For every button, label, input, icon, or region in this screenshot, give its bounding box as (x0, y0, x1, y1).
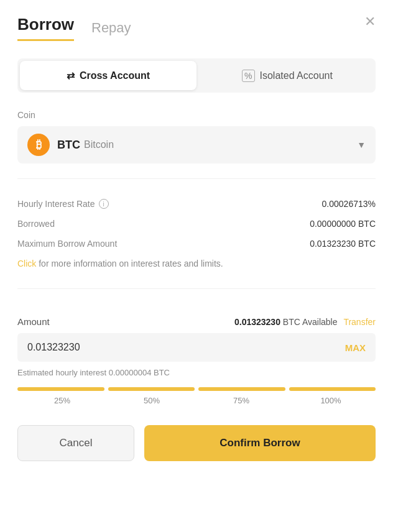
borrowed-row: Borrowed 0.00000000 BTC (0, 214, 393, 234)
close-button[interactable]: ✕ (364, 15, 376, 29)
slider-segment-75[interactable] (198, 387, 285, 391)
click-link[interactable]: Click (17, 259, 36, 268)
slider-labels: 25% 50% 75% 100% (17, 396, 376, 405)
isolated-icon: % (242, 70, 254, 82)
coin-name: Bitcoin (84, 139, 114, 150)
coin-selector[interactable]: ₿ BTC Bitcoin ▼ (17, 126, 376, 163)
max-borrow-value: 0.01323230 BTC (310, 239, 376, 249)
available-currency: BTC Available (283, 317, 338, 327)
borrowed-label: Borrowed (17, 219, 55, 229)
modal-container: Borrow Repay ✕ ⇄ Cross Account % Isolate… (0, 0, 393, 532)
transfer-link[interactable]: Transfer (343, 317, 376, 327)
amount-header: Amount 0.01323230 BTC Available Transfer (17, 316, 376, 327)
tab-borrow[interactable]: Borrow (17, 15, 74, 41)
slider-label-100: 100% (286, 396, 376, 405)
tab-repay[interactable]: Repay (91, 20, 131, 41)
dropdown-arrow-icon: ▼ (357, 140, 366, 150)
cross-account-button[interactable]: ⇄ Cross Account (20, 61, 196, 90)
info-link: Click for more information on interest r… (0, 254, 393, 273)
slider-segment-25[interactable] (17, 387, 104, 391)
amount-section: Amount 0.01323230 BTC Available Transfer… (0, 304, 393, 377)
hourly-rate-value: 0.00026713% (322, 199, 376, 209)
divider-1 (17, 178, 376, 179)
isolated-account-label: Isolated Account (260, 70, 333, 81)
cross-icon: ⇄ (67, 70, 75, 81)
amount-label: Amount (17, 316, 50, 327)
hourly-rate-row: Hourly Interest Rate i 0.00026713% (0, 194, 393, 214)
slider-segment-100[interactable] (289, 387, 376, 391)
slider-section: 25% 50% 75% 100% (0, 387, 393, 405)
amount-input-container: MAX (17, 333, 376, 362)
divider-2 (17, 288, 376, 289)
slider-segment-50[interactable] (108, 387, 195, 391)
coin-symbol: BTC (57, 139, 80, 152)
max-borrow-label: Maximum Borrow Amount (17, 239, 117, 249)
modal-header: Borrow Repay ✕ (0, 0, 393, 41)
available-value: 0.01323230 (234, 317, 280, 327)
slider-label-75: 75% (196, 396, 286, 405)
btc-icon: ₿ (27, 134, 50, 156)
max-borrow-row: Maximum Borrow Amount 0.01323230 BTC (0, 234, 393, 254)
slider-label-50: 50% (107, 396, 196, 405)
slider-label-25: 25% (17, 396, 107, 405)
amount-input[interactable] (27, 342, 345, 353)
footer-buttons: Cancel Confirm Borrow (0, 405, 393, 461)
amount-available: 0.01323230 BTC Available Transfer (234, 317, 376, 327)
hourly-rate-label: Hourly Interest Rate i (17, 199, 109, 209)
info-link-text: for more information on interest rates a… (39, 259, 223, 268)
cross-account-label: Cross Account (80, 70, 150, 81)
isolated-account-button[interactable]: % Isolated Account (199, 58, 376, 93)
info-icon[interactable]: i (99, 199, 109, 209)
max-button[interactable]: MAX (345, 342, 366, 353)
estimated-interest: Estimated hourly interest 0.00000004 BTC (17, 368, 376, 377)
borrowed-value: 0.00000000 BTC (310, 219, 376, 229)
confirm-borrow-button[interactable]: Confirm Borrow (144, 425, 376, 461)
account-switcher: ⇄ Cross Account % Isolated Account (17, 58, 376, 93)
slider-track[interactable] (17, 387, 376, 391)
coin-label: Coin (17, 110, 376, 120)
cancel-button[interactable]: Cancel (17, 425, 134, 461)
coin-section: Coin ₿ BTC Bitcoin ▼ (0, 110, 393, 163)
